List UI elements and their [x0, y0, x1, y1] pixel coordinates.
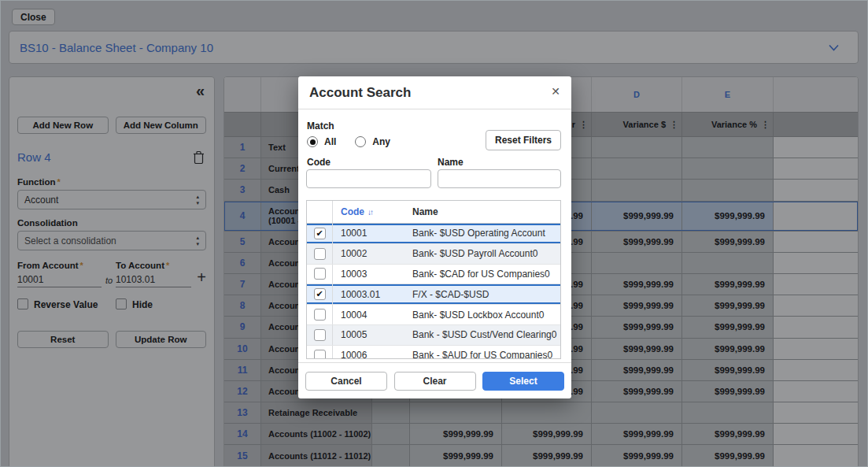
- row-checkbox-cell: [307, 346, 333, 359]
- account-row[interactable]: 10005Bank - $USD Cust/Vend Clearing0: [307, 325, 560, 346]
- account-code: 10004: [333, 309, 404, 321]
- account-checkbox[interactable]: [314, 309, 326, 321]
- modal-title: Account Search: [309, 85, 411, 101]
- account-name: Bank- $USD Operating Account: [404, 228, 560, 239]
- account-name: Bank- $CAD for US Companies0: [404, 269, 560, 280]
- modal-footer: Cancel Clear Select: [298, 362, 571, 398]
- account-row[interactable]: 10006Bank - $AUD for US Companies0: [307, 346, 560, 359]
- sort-icon: ↓↑: [368, 208, 372, 217]
- code-sort-header[interactable]: Code↓↑: [333, 206, 404, 217]
- account-code: 10003: [333, 269, 404, 280]
- account-results-table: Code↓↑ Name ✔10001Bank- $USD Operating A…: [306, 200, 561, 359]
- match-all-radio[interactable]: [307, 136, 318, 147]
- account-name: Bank- $USD Lockbox Account0: [404, 309, 560, 321]
- account-code: 10003.01: [333, 289, 404, 300]
- match-label: Match: [307, 120, 334, 132]
- row-checkbox-cell: ✔: [307, 224, 333, 243]
- results-header-row: Code↓↑ Name: [307, 201, 560, 224]
- cancel-button[interactable]: Cancel: [305, 372, 387, 391]
- row-checkbox-cell: [307, 305, 333, 324]
- account-code: 10006: [333, 350, 404, 359]
- code-filter-label: Code: [307, 157, 331, 168]
- account-search-modal: Account Search ✕ Match All Any Reset Fil…: [298, 76, 571, 398]
- account-checkbox[interactable]: [314, 350, 326, 359]
- account-checkbox[interactable]: [314, 268, 326, 280]
- select-button[interactable]: Select: [482, 372, 564, 391]
- row-checkbox-cell: [307, 244, 333, 264]
- account-row[interactable]: 10003Bank- $CAD for US Companies0: [307, 265, 560, 285]
- account-name: Bank - $AUD for US Companies0: [404, 350, 560, 359]
- name-filter-input[interactable]: [438, 169, 561, 188]
- row-checkbox-cell: [307, 265, 333, 284]
- clear-button[interactable]: Clear: [394, 372, 476, 391]
- code-filter-input[interactable]: [306, 169, 431, 188]
- match-all-label: All: [324, 136, 336, 147]
- account-code: 10005: [333, 329, 404, 340]
- account-row[interactable]: 10002Bank- $USD Payroll Account0: [307, 244, 560, 265]
- match-any-radio[interactable]: [355, 136, 366, 147]
- row-checkbox-cell: [307, 325, 333, 345]
- match-any-label: Any: [372, 136, 390, 147]
- account-code: 10002: [333, 248, 404, 259]
- account-row[interactable]: ✔10001Bank- $USD Operating Account: [307, 224, 560, 244]
- account-name: F/X - $CAD-$USD: [404, 289, 560, 300]
- row-checkbox-cell: ✔: [307, 284, 333, 304]
- account-checkbox[interactable]: ✔: [314, 288, 326, 300]
- name-column-header: Name: [404, 206, 560, 217]
- checkbox-column-header: [307, 201, 333, 223]
- account-checkbox[interactable]: [314, 248, 326, 260]
- close-icon[interactable]: ✕: [551, 85, 560, 98]
- account-name: Bank- $USD Payroll Account0: [404, 248, 560, 259]
- account-checkbox[interactable]: [314, 329, 326, 341]
- account-row[interactable]: 10004Bank- $USD Lockbox Account0: [307, 305, 560, 325]
- modal-header: Account Search: [298, 76, 571, 109]
- reset-filters-button[interactable]: Reset Filters: [486, 130, 561, 150]
- name-filter-label: Name: [438, 157, 464, 168]
- account-code: 10001: [333, 228, 404, 239]
- account-checkbox[interactable]: ✔: [314, 228, 326, 239]
- account-row[interactable]: ✔10003.01F/X - $CAD-$USD: [307, 284, 560, 305]
- account-name: Bank - $USD Cust/Vend Clearing0: [404, 329, 560, 340]
